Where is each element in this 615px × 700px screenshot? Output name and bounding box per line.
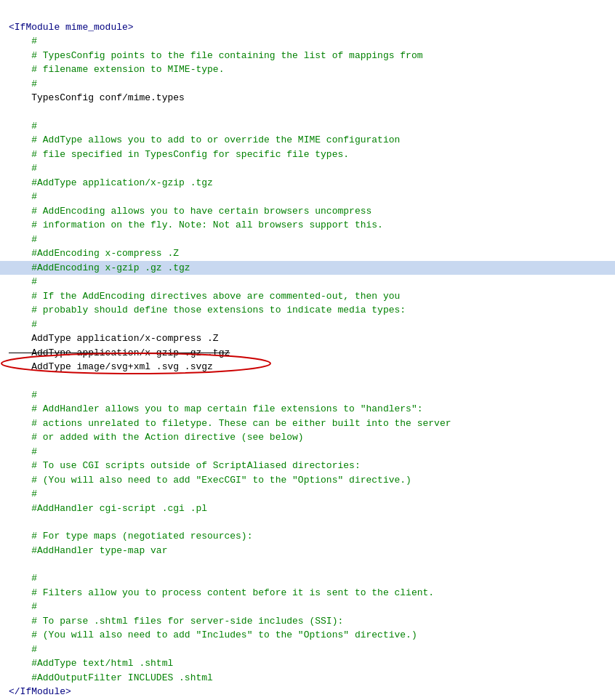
code-line: #AddHandler cgi-script .cgi .pl <box>0 502 615 516</box>
code-line: # AddEncoding allows you to have certain… <box>0 204 615 219</box>
code-line: #AddOutputFilter INCLUDES .shtml <box>0 671 615 685</box>
code-line: # actions unrelated to filetype. These c… <box>0 417 615 431</box>
code-line: # probably should define those extension… <box>0 303 615 318</box>
code-line: # file specified in TypesConfig for spec… <box>0 148 615 162</box>
code-line: # <box>0 643 615 657</box>
code-line: # AddType allows you to add to or overri… <box>0 133 615 148</box>
code-line: AddType application/x-compress .Z <box>0 331 615 346</box>
code-line: # <box>0 34 615 49</box>
code-line: # <box>0 600 615 614</box>
code-line: # TypesConfig points to the file contain… <box>0 49 615 63</box>
code-line: # <box>0 233 615 247</box>
code-line: # To use CGI scripts outside of ScriptAl… <box>0 459 615 473</box>
code-line: # <box>0 388 615 403</box>
code-line: # For type maps (negotiated resources): <box>0 529 615 544</box>
code-line <box>0 105 615 119</box>
code-line: # To parse .shtml files for server-side … <box>0 614 615 629</box>
code-line: # (You will also need to add "Includes" … <box>0 628 615 643</box>
code-line: AddType image/svg+xml .svg .svgz <box>0 360 615 374</box>
code-line: # or added with the Action directive (se… <box>0 430 615 445</box>
code-line: # Filters allow you to process content b… <box>0 586 615 600</box>
code-line: # <box>0 318 615 332</box>
code-line: # <box>0 487 615 502</box>
code-line: # AddHandler allows you to map certain f… <box>0 402 615 417</box>
code-line <box>0 374 615 388</box>
code-line: # filename extension to MIME-type. <box>0 63 615 77</box>
code-line <box>0 558 615 571</box>
code-line: #AddType application/x-gzip .tgz <box>0 176 615 190</box>
circled-directive: AddType image/svg+xml .svg .svgz <box>9 360 213 374</box>
code-line: # <box>0 119 615 134</box>
code-line: #AddEncoding x-compress .Z <box>0 246 615 261</box>
code-line: #AddEncoding x-gzip .gz .tgz <box>0 261 615 275</box>
code-line: # <box>0 275 615 289</box>
code-line: # If the AddEncoding directives above ar… <box>0 289 615 304</box>
code-line: # information on the fly. Note: Not all … <box>0 218 615 233</box>
code-line: AddType application/x-gzip .gz .tgz <box>0 346 615 361</box>
code-viewer: <IfModule mime_module> # # TypesConfig p… <box>0 0 615 700</box>
code-line: <IfModule mime_module> <box>0 20 615 35</box>
code-line: # (You will also need to add "ExecCGI" t… <box>0 473 615 488</box>
code-line: #AddHandler type-map var <box>0 544 615 558</box>
code-line: # <box>0 190 615 204</box>
code-line <box>0 515 615 529</box>
code-line: # <box>0 445 615 459</box>
code-line: # <box>0 77 615 92</box>
code-line: #AddType text/html .shtml <box>0 656 615 671</box>
code-line: # <box>0 161 615 176</box>
strikethrough-text: AddType application/x-gzip .gz .tgz <box>9 347 230 358</box>
code-line: </IfModule> <box>0 685 615 699</box>
code-line: TypesConfig conf/mime.types <box>0 91 615 105</box>
code-line: # <box>0 571 615 586</box>
